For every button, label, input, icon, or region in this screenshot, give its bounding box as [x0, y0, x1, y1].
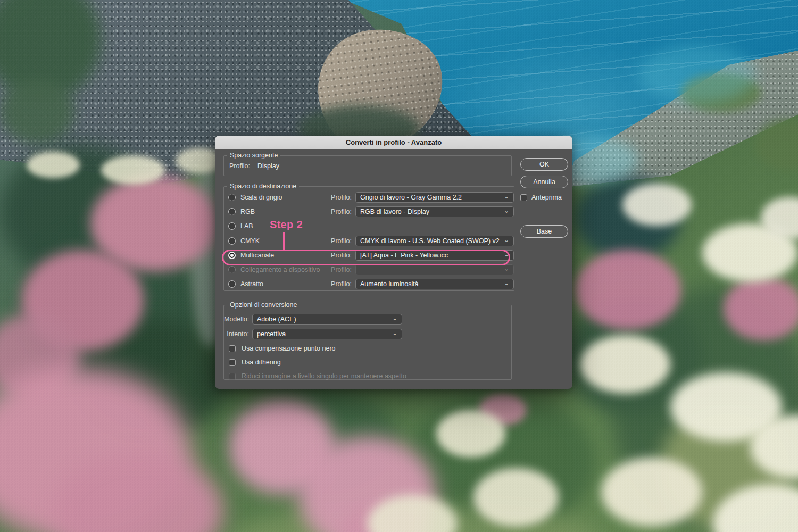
profile-label: Profilo: — [327, 237, 352, 245]
dialog-title: Converti in profilo - Avanzato — [346, 138, 442, 146]
base-button[interactable]: Base — [520, 225, 568, 238]
ok-button[interactable]: OK — [520, 158, 568, 171]
flatten-row: Riduci immagine a livello singolo per ma… — [224, 369, 511, 383]
dest-row-lab: LAB — [224, 219, 514, 234]
dropdown-value: RGB di lavoro - Display — [360, 208, 429, 215]
radio-device-link — [228, 266, 236, 273]
source-space-legend: Spazio sorgente — [227, 152, 280, 159]
dest-row-label: Scala di grigio — [240, 194, 282, 201]
dropdown-value: Aumento luminosità — [360, 280, 419, 288]
profile-label: Profilo: — [327, 266, 352, 273]
convert-to-profile-dialog: Converti in profilo - Avanzato Spazio so… — [215, 136, 572, 389]
dropdown-value: [AT] Aqua - F Pink - Yellow.icc — [360, 252, 448, 259]
checkbox-label: Usa dithering — [242, 359, 281, 366]
black-point-row: Usa compensazione punto nero — [224, 342, 511, 355]
intent-label: Intento: — [224, 330, 249, 338]
destination-space-legend: Spazio di destinazione — [227, 182, 299, 190]
black-point-checkbox[interactable] — [229, 345, 236, 352]
dialog-titlebar[interactable]: Converti in profilo - Avanzato — [215, 136, 572, 149]
dest-row-device-link: Collegamento a dispositivo Profilo: ⌄ — [224, 262, 514, 277]
checkbox-label: Usa compensazione punto nero — [242, 345, 336, 352]
multichannel-profile-dropdown[interactable]: [AT] Aqua - F Pink - Yellow.icc ⌄ — [355, 250, 514, 261]
destination-space-group: Spazio di destinazione Scala di grigio P… — [223, 182, 514, 291]
radio-rgb[interactable] — [228, 208, 236, 215]
chevron-down-icon: ⌄ — [504, 280, 509, 286]
dest-row-rgb: RGB Profilo: RGB di lavoro - Display ⌄ — [224, 204, 514, 219]
source-profile-value: Display — [257, 162, 279, 170]
flatten-checkbox — [229, 373, 236, 380]
intent-row: Intento: percettiva ⌄ — [224, 327, 511, 342]
profile-label: Profilo: — [327, 194, 352, 201]
cmyk-profile-dropdown[interactable]: CMYK di lavoro - U.S. Web Coated (SWOP) … — [355, 236, 514, 246]
engine-label: Modello: — [224, 315, 249, 323]
preview-row: Anteprima — [520, 194, 562, 201]
dropdown-value: Adobe (ACE) — [257, 315, 296, 323]
source-profile-line: Profilo:Display — [229, 162, 511, 170]
screenshot-root: Converti in profilo - Avanzato Spazio so… — [0, 0, 798, 532]
radio-multichannel[interactable] — [228, 252, 236, 259]
dropdown-value: percettiva — [257, 330, 286, 338]
source-profile-label: Profilo: — [229, 162, 250, 170]
preview-checkbox[interactable] — [520, 194, 527, 201]
grayscale-profile-dropdown[interactable]: Grigio di lavoro - Gray Gamma 2.2 ⌄ — [355, 192, 514, 203]
dest-row-label: CMYK — [240, 237, 260, 245]
dropdown-value: CMYK di lavoro - U.S. Web Coated (SWOP) … — [360, 237, 500, 245]
dropdown-value: Grigio di lavoro - Gray Gamma 2.2 — [360, 194, 462, 201]
profile-label: Profilo: — [327, 280, 352, 288]
radio-grayscale[interactable] — [228, 194, 236, 201]
cancel-button[interactable]: Annulla — [520, 176, 568, 188]
radio-cmyk[interactable] — [228, 237, 236, 245]
radio-abstract[interactable] — [228, 280, 236, 288]
abstract-profile-dropdown[interactable]: Aumento luminosità ⌄ — [355, 279, 514, 289]
dest-row-multichannel: Multicanale Profilo: [AT] Aqua - F Pink … — [224, 248, 514, 262]
radio-lab[interactable] — [228, 222, 236, 230]
source-space-group: Spazio sorgente Profilo:Display — [223, 152, 512, 176]
conversion-options-legend: Opzioni di conversione — [227, 301, 300, 309]
profile-label: Profilo: — [327, 252, 352, 259]
profile-label: Profilo: — [327, 208, 352, 215]
chevron-down-icon: ⌄ — [504, 251, 509, 257]
intent-dropdown[interactable]: percettiva ⌄ — [252, 329, 402, 339]
rgb-profile-dropdown[interactable]: RGB di lavoro - Display ⌄ — [355, 206, 514, 217]
dest-row-grayscale: Scala di grigio Profilo: Grigio di lavor… — [224, 190, 514, 204]
dest-row-label: LAB — [240, 222, 253, 230]
dithering-checkbox[interactable] — [229, 359, 236, 366]
dest-row-cmyk: CMYK Profilo: CMYK di lavoro - U.S. Web … — [224, 234, 514, 248]
chevron-down-icon: ⌄ — [392, 330, 397, 336]
chevron-down-icon: ⌄ — [504, 237, 509, 243]
preview-label: Anteprima — [531, 194, 562, 201]
conversion-options-group: Opzioni di conversione Modello: Adobe (A… — [223, 301, 512, 380]
engine-row: Modello: Adobe (ACE) ⌄ — [224, 312, 511, 327]
chevron-down-icon: ⌄ — [504, 193, 509, 200]
engine-dropdown[interactable]: Adobe (ACE) ⌄ — [252, 314, 402, 325]
dithering-row: Usa dithering — [224, 355, 511, 369]
dest-row-label: Astratto — [240, 280, 263, 288]
dest-row-label: Collegamento a dispositivo — [240, 266, 320, 273]
dest-row-label: RGB — [240, 208, 255, 215]
checkbox-label: Riduci immagine a livello singolo per ma… — [242, 372, 406, 380]
dest-row-abstract: Astratto Profilo: Aumento luminosità ⌄ — [224, 277, 514, 292]
chevron-down-icon: ⌄ — [504, 207, 509, 214]
chevron-down-icon: ⌄ — [392, 315, 397, 321]
device-link-profile-dropdown: ⌄ — [355, 264, 514, 275]
chevron-down-icon: ⌄ — [504, 265, 509, 272]
dest-row-label: Multicanale — [240, 252, 274, 259]
